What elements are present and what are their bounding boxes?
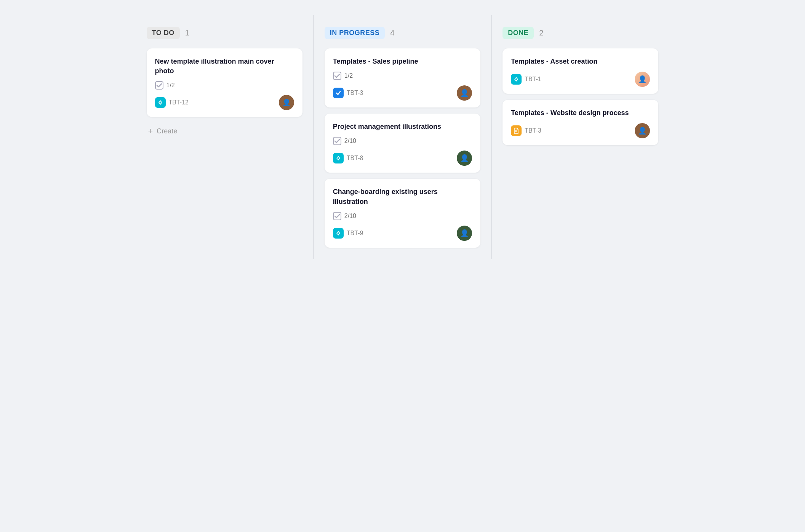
avatar-done-1: 👤	[635, 72, 650, 87]
card-ip-2-tag: TBT-8	[333, 153, 363, 163]
card-ip-1-subtasks: 1/2	[333, 72, 472, 80]
card-ip-2-subtask-count: 2/10	[344, 138, 356, 144]
tag-icon-cyan-done1	[511, 74, 522, 85]
checklist-icon	[333, 212, 341, 220]
tag-icon-cyan-2	[333, 153, 344, 163]
avatar-todo-1: 👤	[279, 95, 294, 110]
card-ip-3-subtasks: 2/10	[333, 212, 472, 220]
column-todo-header: TO DO 1	[147, 27, 302, 39]
todo-cards-list: New template illustration main cover pho…	[147, 48, 302, 117]
card-ip-3-title: Change-boarding existing users illustrat…	[333, 187, 472, 206]
card-todo-1[interactable]: New template illustration main cover pho…	[147, 48, 302, 117]
card-ip-3-tag-id: TBT-9	[347, 230, 363, 237]
card-ip-2-subtasks: 2/10	[333, 137, 472, 145]
card-ip-1-tag: TBT-3	[333, 88, 363, 98]
kanban-board: TO DO 1 New template illustration main c…	[136, 15, 669, 259]
svg-point-1	[159, 102, 161, 104]
card-done-2-tag: TBT-3	[511, 125, 541, 136]
card-todo-1-title: New template illustration main cover pho…	[155, 57, 294, 76]
card-todo-1-subtasks: 1/2	[155, 81, 294, 90]
card-ip-3-footer: TBT-9 👤	[333, 226, 472, 241]
done-count: 2	[539, 29, 543, 37]
checklist-icon	[333, 72, 341, 80]
svg-point-4	[337, 157, 339, 159]
avatar-ip-1: 👤	[457, 85, 472, 101]
card-ip-1-tag-id: TBT-3	[347, 90, 363, 96]
card-ip-3-tag: TBT-9	[333, 228, 363, 239]
card-todo-1-tag: TBT-12	[155, 97, 189, 108]
avatar-done-2: 👤	[635, 123, 650, 138]
card-ip-3[interactable]: Change-boarding existing users illustrat…	[325, 179, 480, 247]
card-ip-2[interactable]: Project management illustrations 2/10	[325, 114, 480, 173]
card-ip-1-footer: TBT-3 👤	[333, 85, 472, 101]
done-badge: DONE	[503, 27, 534, 39]
todo-badge: TO DO	[147, 27, 180, 39]
card-ip-2-tag-id: TBT-8	[347, 155, 363, 162]
create-label: Create	[157, 127, 177, 135]
card-todo-1-footer: TBT-12 👤	[155, 95, 294, 110]
column-inprogress-header: IN PROGRESS 4	[325, 27, 480, 39]
column-todo: TO DO 1 New template illustration main c…	[136, 15, 314, 259]
card-ip-2-title: Project management illustrations	[333, 122, 472, 131]
card-done-1-tag-id: TBT-1	[525, 76, 541, 83]
card-todo-1-subtask-count: 1/2	[166, 82, 175, 89]
card-ip-1-title: Templates - Sales pipeline	[333, 57, 472, 66]
checklist-icon	[155, 81, 163, 90]
tag-icon-cyan-3	[333, 228, 344, 239]
card-done-1-tag: TBT-1	[511, 74, 541, 85]
card-ip-2-footer: TBT-8 👤	[333, 151, 472, 166]
inprogress-count: 4	[390, 29, 394, 37]
card-done-1[interactable]: Templates - Asset creation TBT-1 👤	[503, 48, 658, 94]
card-done-1-title: Templates - Asset creation	[511, 57, 650, 66]
card-ip-1-subtask-count: 1/2	[344, 72, 353, 79]
done-cards-list: Templates - Asset creation TBT-1 👤	[503, 48, 658, 145]
column-done: DONE 2 Templates - Asset creation TBT-1	[492, 15, 669, 259]
diamond-icon	[157, 99, 163, 106]
card-ip-3-subtask-count: 2/10	[344, 213, 356, 220]
card-done-1-footer: TBT-1 👤	[511, 72, 650, 87]
column-inprogress: IN PROGRESS 4 Templates - Sales pipeline…	[314, 15, 491, 259]
checklist-icon	[333, 137, 341, 145]
tag-icon-check	[333, 88, 344, 98]
diamond-icon-done1	[513, 76, 519, 82]
inprogress-cards-list: Templates - Sales pipeline 1/2	[325, 48, 480, 248]
avatar-ip-2: 👤	[457, 151, 472, 166]
avatar-ip-3: 👤	[457, 226, 472, 241]
svg-point-7	[515, 79, 517, 80]
todo-count: 1	[185, 29, 189, 37]
tag-icon-orange-done2	[511, 125, 522, 136]
create-plus-icon: +	[148, 127, 153, 135]
card-done-2-title: Templates - Website design process	[511, 108, 650, 118]
diamond-icon-3	[335, 230, 341, 236]
column-done-header: DONE 2	[503, 27, 658, 39]
diamond-icon-2	[335, 155, 341, 161]
todo-create-button[interactable]: + Create	[147, 125, 179, 138]
card-done-2[interactable]: Templates - Website design process TBT-3	[503, 100, 658, 145]
card-todo-1-tag-id: TBT-12	[169, 99, 189, 106]
file-icon-done2	[514, 128, 519, 134]
card-done-2-tag-id: TBT-3	[525, 127, 541, 134]
inprogress-badge: IN PROGRESS	[325, 27, 385, 39]
svg-point-6	[337, 232, 339, 234]
tag-icon-cyan	[155, 97, 166, 108]
check-icon	[335, 90, 341, 96]
card-ip-1[interactable]: Templates - Sales pipeline 1/2	[325, 48, 480, 107]
card-done-2-footer: TBT-3 👤	[511, 123, 650, 138]
